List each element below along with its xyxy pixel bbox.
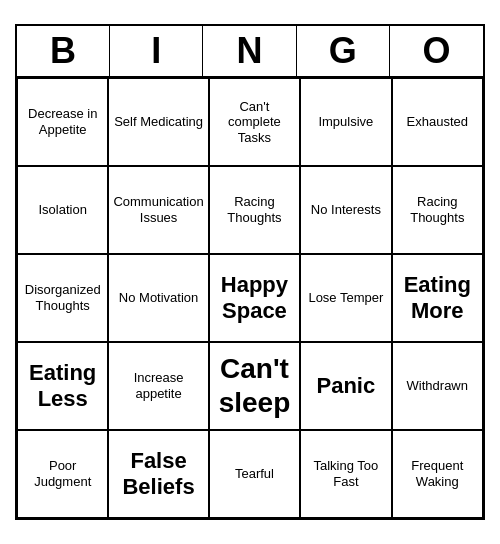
- cell-text: Exhausted: [407, 114, 468, 130]
- bingo-cell[interactable]: Frequent Waking: [392, 430, 483, 518]
- bingo-cell[interactable]: Impulsive: [300, 78, 391, 166]
- header-letter: G: [297, 26, 390, 76]
- bingo-cell[interactable]: Poor Judgment: [17, 430, 108, 518]
- cell-text: Can't complete Tasks: [214, 99, 295, 146]
- bingo-cell[interactable]: Self Medicating: [108, 78, 208, 166]
- bingo-cell[interactable]: False Beliefs: [108, 430, 208, 518]
- header-letter: N: [203, 26, 296, 76]
- bingo-cell[interactable]: Withdrawn: [392, 342, 483, 430]
- bingo-cell[interactable]: Tearful: [209, 430, 300, 518]
- cell-text: Increase appetite: [113, 370, 203, 401]
- bingo-cell[interactable]: Lose Temper: [300, 254, 391, 342]
- cell-text: Talking Too Fast: [305, 458, 386, 489]
- cell-text: Racing Thoughts: [397, 194, 478, 225]
- bingo-cell[interactable]: No Interests: [300, 166, 391, 254]
- bingo-cell[interactable]: Racing Thoughts: [392, 166, 483, 254]
- cell-text: Disorganized Thoughts: [22, 282, 103, 313]
- cell-text: Communication Issues: [113, 194, 203, 225]
- cell-text: Happy Space: [214, 272, 295, 325]
- header-letter: I: [110, 26, 203, 76]
- cell-text: Eating Less: [22, 360, 103, 413]
- header-letter: O: [390, 26, 483, 76]
- cell-text: No Motivation: [119, 290, 198, 306]
- bingo-cell[interactable]: Racing Thoughts: [209, 166, 300, 254]
- bingo-grid: Decrease in AppetiteSelf MedicatingCan't…: [17, 78, 483, 518]
- bingo-card: BINGO Decrease in AppetiteSelf Medicatin…: [15, 24, 485, 520]
- bingo-cell[interactable]: Isolation: [17, 166, 108, 254]
- bingo-cell[interactable]: Can't sleep: [209, 342, 300, 430]
- bingo-cell[interactable]: Exhausted: [392, 78, 483, 166]
- bingo-cell[interactable]: Happy Space: [209, 254, 300, 342]
- cell-text: Withdrawn: [407, 378, 468, 394]
- cell-text: Frequent Waking: [397, 458, 478, 489]
- bingo-cell[interactable]: Disorganized Thoughts: [17, 254, 108, 342]
- bingo-cell[interactable]: No Motivation: [108, 254, 208, 342]
- cell-text: Decrease in Appetite: [22, 106, 103, 137]
- cell-text: Can't sleep: [214, 352, 295, 419]
- bingo-cell[interactable]: Communication Issues: [108, 166, 208, 254]
- cell-text: Panic: [317, 373, 376, 399]
- bingo-cell[interactable]: Eating Less: [17, 342, 108, 430]
- cell-text: Lose Temper: [308, 290, 383, 306]
- cell-text: Tearful: [235, 466, 274, 482]
- bingo-cell[interactable]: Eating More: [392, 254, 483, 342]
- bingo-cell[interactable]: Talking Too Fast: [300, 430, 391, 518]
- bingo-header: BINGO: [17, 26, 483, 78]
- bingo-cell[interactable]: Increase appetite: [108, 342, 208, 430]
- cell-text: Self Medicating: [114, 114, 203, 130]
- cell-text: Isolation: [38, 202, 86, 218]
- cell-text: Poor Judgment: [22, 458, 103, 489]
- bingo-cell[interactable]: Decrease in Appetite: [17, 78, 108, 166]
- cell-text: Impulsive: [318, 114, 373, 130]
- cell-text: Eating More: [397, 272, 478, 325]
- cell-text: Racing Thoughts: [214, 194, 295, 225]
- cell-text: No Interests: [311, 202, 381, 218]
- bingo-cell[interactable]: Can't complete Tasks: [209, 78, 300, 166]
- header-letter: B: [17, 26, 110, 76]
- cell-text: False Beliefs: [113, 448, 203, 501]
- bingo-cell[interactable]: Panic: [300, 342, 391, 430]
